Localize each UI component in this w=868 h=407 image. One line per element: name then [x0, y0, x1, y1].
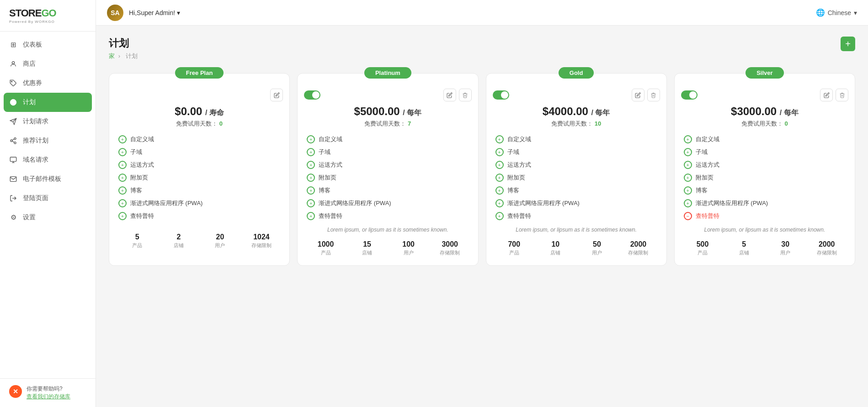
stat-0-1: 2店铺: [158, 233, 200, 249]
feature-icon-1-6: +: [307, 212, 315, 220]
topbar: SA Hi,Super Admin! ▾ 🌐 Chinese ▾: [96, 0, 868, 26]
domain-icon: [9, 156, 17, 164]
sidebar-item-plans[interactable]: 计划: [4, 93, 92, 112]
stat-3-0: 500产品: [682, 240, 724, 256]
sidebar-item-coupon[interactable]: 优惠券: [0, 74, 96, 93]
stat-3-2: 30用户: [765, 240, 806, 256]
plan-toggle-3[interactable]: [681, 90, 698, 100]
breadcrumb-home[interactable]: 家: [109, 53, 115, 59]
feature-item-2-4: + 博客: [495, 186, 657, 195]
feature-icon-2-0: +: [495, 135, 504, 143]
feature-item-0-3: + 附加页: [118, 174, 280, 182]
feature-item-1-3: + 附加页: [307, 174, 469, 182]
greeting: Hi,Super Admin! ▾: [129, 9, 180, 16]
topbar-left: SA Hi,Super Admin! ▾: [107, 5, 180, 21]
sidebar-item-login[interactable]: 登陆页面: [0, 189, 96, 208]
globe-icon: 🌐: [816, 8, 825, 17]
sidebar-item-plan-requests[interactable]: 计划请求: [0, 112, 96, 131]
feature-item-0-1: + 子域: [118, 148, 280, 156]
feature-icon-2-2: +: [495, 161, 504, 169]
plans-grid: Free Plan$0.00 / 寿命免费试用天数： 0 + 自定义域 + 子域…: [109, 73, 855, 266]
feature-icon-1-3: +: [307, 174, 315, 182]
feature-icon-3-2: +: [684, 161, 692, 169]
sidebar-item-shop[interactable]: 商店: [0, 54, 96, 74]
plan-delete-button-1[interactable]: [459, 89, 472, 101]
stat-1-3: 3000存储限制: [429, 240, 471, 256]
plan-price-2: $4000.00 / 每年: [486, 101, 666, 120]
plan-card-2: Gold$4000.00 / 每年免费试用天数： 10 + 自定义域 + 子域 …: [486, 73, 667, 266]
stat-3-3: 2000存储限制: [806, 240, 847, 256]
language-selector[interactable]: 🌐 Chinese ▾: [816, 8, 857, 17]
feature-icon-1-2: +: [307, 161, 315, 169]
plan-edit-button-1[interactable]: [443, 89, 456, 101]
feature-item-3-6: − 查特普特: [684, 212, 846, 220]
help-link[interactable]: 查看我们的存储库: [27, 393, 70, 401]
stat-3-1: 5店铺: [723, 240, 765, 256]
sidebar-item-domain[interactable]: 域名请求: [0, 150, 96, 169]
feature-icon-0-4: +: [118, 186, 127, 195]
plan-features-1: + 自定义域 + 子域 + 运送方式 + 附加页 + 博客 + 渐进式网络应用程…: [298, 135, 478, 220]
plan-requests-icon: [9, 117, 17, 126]
sidebar-item-email[interactable]: 电子邮件模板: [0, 169, 96, 189]
svg-point-0: [12, 62, 14, 64]
feature-icon-2-6: +: [495, 212, 504, 220]
chevron-down-icon[interactable]: ▾: [177, 9, 180, 16]
plan-card-0: Free Plan$0.00 / 寿命免费试用天数： 0 + 自定义域 + 子域…: [109, 73, 290, 266]
help-icon: ✕: [9, 385, 22, 398]
breadcrumb-separator: ›: [118, 53, 122, 59]
plan-delete-button-2[interactable]: [647, 89, 660, 101]
stat-1-2: 100用户: [388, 240, 429, 256]
svg-point-6: [11, 140, 12, 142]
add-plan-button[interactable]: +: [841, 37, 855, 51]
sidebar-item-settings[interactable]: ⚙ 设置: [0, 208, 96, 227]
feature-icon-2-1: +: [495, 148, 504, 156]
feature-item-1-6: + 查特普特: [307, 212, 469, 220]
stat-1-0: 1000产品: [305, 240, 346, 256]
plan-price-3: $3000.00 / 每年: [675, 101, 855, 120]
plan-delete-button-3[interactable]: [836, 89, 848, 101]
feature-item-0-4: + 博客: [118, 186, 280, 195]
plan-badge-2: Gold: [559, 67, 594, 79]
plan-edit-button-2[interactable]: [632, 89, 644, 101]
plan-stats-1: 1000产品15店铺100用户3000存储限制: [298, 237, 478, 256]
svg-point-1: [11, 81, 12, 82]
language-chevron-icon: ▾: [854, 9, 857, 16]
logo: STOREGO Powered By WORKGO: [0, 0, 96, 32]
plan-edit-button-3[interactable]: [820, 89, 833, 101]
feature-icon-3-4: +: [684, 186, 692, 195]
feature-item-1-5: + 渐进式网络应用程序 (PWA): [307, 199, 469, 207]
coupon-icon: [9, 79, 17, 87]
feature-icon-0-6: +: [118, 212, 127, 220]
sidebar-nav: ⊞ 仪表板 商店 优惠券 计划 计划: [0, 32, 96, 378]
feature-item-1-2: + 运送方式: [307, 161, 469, 169]
svg-rect-10: [10, 157, 16, 161]
plan-header-1: [298, 84, 478, 101]
feature-item-1-1: + 子域: [307, 148, 469, 156]
feature-icon-1-0: +: [307, 135, 315, 143]
sidebar-item-dashboard[interactable]: ⊞ 仪表板: [0, 35, 96, 54]
feature-item-2-2: + 运送方式: [495, 161, 657, 169]
plan-toggle-2[interactable]: [493, 90, 509, 100]
plans-icon: [9, 98, 17, 106]
feature-item-3-4: + 博客: [684, 186, 846, 195]
feature-icon-0-5: +: [118, 199, 127, 207]
feature-item-3-3: + 附加页: [684, 174, 846, 182]
feature-icon-1-1: +: [307, 148, 315, 156]
plan-features-0: + 自定义域 + 子域 + 运送方式 + 附加页 + 博客 + 渐进式网络应用程…: [109, 135, 289, 220]
feature-icon-3-1: +: [684, 148, 692, 156]
settings-icon: ⚙: [9, 213, 17, 222]
feature-item-0-2: + 运送方式: [118, 161, 280, 169]
plan-edit-button-0[interactable]: [270, 89, 283, 101]
svg-point-7: [14, 142, 16, 144]
plan-price-1: $5000.00 / 每年: [298, 101, 478, 120]
main-content: SA Hi,Super Admin! ▾ 🌐 Chinese ▾ 计划 家 › …: [96, 0, 868, 407]
plan-stats-0: 5产品2店铺20用户1024存储限制: [109, 229, 289, 249]
feature-icon-1-4: +: [307, 186, 315, 195]
feature-item-3-0: + 自定义域: [684, 135, 846, 143]
sidebar-item-referral[interactable]: 推荐计划: [0, 131, 96, 150]
plan-description-1: Lorem ipsum, or lipsum as it is sometime…: [298, 220, 478, 237]
svg-line-9: [12, 139, 15, 140]
feature-item-3-2: + 运送方式: [684, 161, 846, 169]
plan-features-3: + 自定义域 + 子域 + 运送方式 + 附加页 + 博客 + 渐进式网络应用程…: [675, 135, 855, 220]
plan-toggle-1[interactable]: [304, 90, 320, 100]
